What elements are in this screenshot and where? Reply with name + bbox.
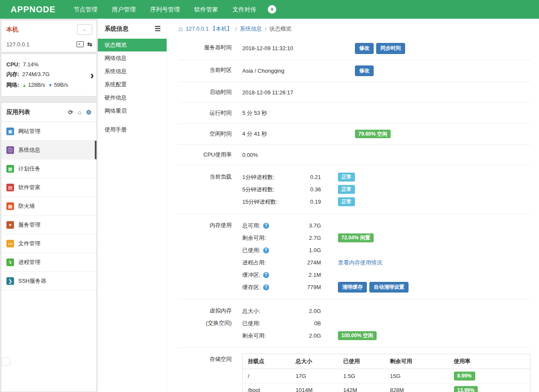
system-info-icon: ⓘ [6, 146, 14, 154]
host-stats-panel: CPU:7.14% 内存:274M/3.7G 网络:▲ 128B/s ▼ 59B… [1, 54, 97, 97]
row-actions: 修改同步时间 [355, 43, 405, 54]
status-row: 启动时间2018-12-09 11:26:17 [179, 82, 530, 103]
breadcrumb-current: 状态概览 [270, 25, 292, 33]
sub-label-text: 缓存区: [242, 284, 261, 291]
nav-item[interactable]: 软件管家 [187, 0, 225, 19]
app-list-item[interactable]: ↯进程管理 [1, 253, 96, 272]
submenu-item[interactable]: 硬件信息 [98, 91, 167, 104]
storage-col-header: 已使用 [338, 354, 385, 369]
memory-stat-value: 274M/3.7G [22, 71, 49, 77]
gear-icon[interactable]: ⚙ [86, 109, 91, 116]
status-row: 当前负载1分钟进程数:0.21正常5分钟进程数:0.36正常15分钟进程数:0.… [179, 165, 530, 214]
refresh-icon[interactable]: ⟳ [68, 109, 73, 116]
sub-value: 3.7G [293, 222, 321, 229]
help-icon[interactable]: ? [263, 284, 269, 290]
app-list-item[interactable]: ❯SSH服务器 [1, 272, 96, 290]
host-detail-chevron[interactable]: › [90, 68, 94, 82]
status-row: 内存使用总可用:?3.7G剩余可用:2.7G72.04% 闲置已使用:?1.0G… [179, 214, 530, 299]
terminal-icon[interactable]: >_ [77, 41, 84, 47]
help-icon[interactable]: ? [263, 247, 269, 253]
usage-badge: 8.99% [454, 372, 475, 380]
status-badge: 72.04% 闲置 [338, 233, 374, 242]
nav-item[interactable]: 序列号管理 [143, 0, 187, 19]
sub-label: 剩余可用: [242, 234, 293, 242]
status-row: 存储空间挂载点总大小已使用剩余可用使用率/17G1.5G15G8.99%/boo… [179, 348, 530, 392]
home-icon[interactable]: ⌂ [179, 26, 183, 32]
home-icon[interactable]: ⌂ [78, 109, 81, 116]
app-list-item[interactable]: ▦计划任务 [1, 159, 96, 178]
collapse-sidebar-button[interactable]: ‹ [77, 24, 92, 35]
sub-row: 进程占用:274M查看内存使用情况 [242, 256, 530, 269]
breadcrumb-section[interactable]: 系统信息 [240, 25, 262, 33]
submenu-item[interactable]: 网络信息 [98, 52, 167, 65]
appnode-logo[interactable]: APPNODE [0, 5, 66, 14]
sub-row: 总大小:2.0G [242, 305, 530, 317]
sub-label: 缓冲区:? [242, 271, 293, 279]
navbar-dropdown-toggle[interactable]: ▼ [268, 5, 276, 14]
sub-row: 剩余可用:2.0G100.00% 空闲 [242, 330, 530, 342]
breadcrumb-host[interactable]: 127.0.0.1 【本机】 [186, 25, 233, 33]
memory-stat: 内存:274M/3.7G [6, 71, 85, 78]
switch-node-icon[interactable]: ⇆ [87, 41, 92, 48]
row-value: Asia / Chongqing [242, 68, 338, 74]
sub-label: 总可用:? [242, 222, 293, 230]
sub-label: 进程占用: [242, 259, 293, 267]
storage-col-header: 总大小 [291, 354, 338, 369]
app-list-title: 应用列表 [6, 108, 30, 116]
help-icon[interactable]: ? [263, 223, 269, 229]
nav-item[interactable]: 节点管理 [66, 0, 105, 19]
storage-cell: 1.5G [338, 369, 385, 383]
submenu-item[interactable]: 网络重启 [98, 105, 167, 117]
app-list-item[interactable]: ✦服务管理 [1, 216, 96, 234]
software-manager-icon: ▤ [6, 184, 14, 191]
hamburger-icon[interactable]: ☰ [155, 25, 161, 33]
action-button[interactable]: 自动清理设置 [369, 282, 409, 293]
storage-cell: / [243, 369, 291, 383]
website-manage-icon: ▣ [6, 128, 14, 135]
row-value: 0.00% [242, 152, 338, 158]
app-list-item[interactable]: ▤软件管家 [1, 178, 96, 197]
row-label-text: 服务器时间 [179, 43, 232, 52]
row-body: 总可用:?3.7G剩余可用:2.7G72.04% 闲置已使用:?1.0G进程占用… [242, 219, 530, 293]
top-navbar: APPNODE 节点管理用户管理序列号管理软件管家文件对传 ▼ [0, 0, 539, 19]
storage-cell: 1014M [291, 383, 338, 392]
action-button[interactable]: 修改 [355, 65, 374, 77]
row-label: 启动时间 [179, 88, 232, 97]
row-label-text: 内存使用 [179, 221, 232, 230]
nav-item[interactable]: 用户管理 [105, 0, 143, 19]
memory-usage-link[interactable]: 查看内存使用情况 [338, 259, 382, 267]
network-stat: 网络:▲ 128B/s ▼ 59B/s [6, 81, 85, 89]
app-item-label: 软件管家 [18, 184, 40, 191]
app-list-item[interactable]: ▣网站管理 [1, 122, 96, 141]
left-sidebar: 本机 ‹ 127.0.0.1 >_ ⇆ CPU:7.14% 内存:274M/3.… [0, 19, 98, 392]
action-button[interactable]: 修改 [355, 43, 374, 54]
submenu-item[interactable]: 系统配置 [98, 78, 167, 91]
row-body: 4 分 41 秒79.60% 空闲 [242, 129, 530, 139]
app-list-item[interactable]: ▩防火墙 [1, 197, 96, 216]
sub-label: 已使用:? [242, 247, 293, 254]
submenu-item-manual[interactable]: 使用手册 [98, 123, 167, 136]
status-badge: 正常 [338, 173, 355, 181]
sub-actions: 查看内存使用情况 [338, 259, 382, 267]
storage-usage-cell: 13.99% [449, 383, 530, 392]
submenu-item[interactable]: 状态概览 [98, 39, 167, 51]
host-panel: 本机 ‹ 127.0.0.1 >_ ⇆ [1, 20, 97, 52]
row-label: 内存使用 [179, 219, 232, 230]
app-list-item[interactable]: ⓘ系统信息 [1, 141, 96, 159]
action-button[interactable]: 同步时间 [376, 43, 405, 54]
row-label: 虚拟内存(交换空间) [179, 305, 232, 327]
ssh-server-icon: ❯ [6, 277, 14, 285]
submenu-item[interactable]: 系统信息 [98, 65, 167, 78]
scheduled-tasks-icon: ▦ [6, 165, 14, 173]
nav-item[interactable]: 文件对传 [225, 0, 264, 19]
action-button[interactable]: 清理缓存 [338, 282, 367, 293]
sub-label: 5分钟进程数: [242, 186, 293, 193]
app-list-item[interactable]: ▭文件管理 [1, 234, 96, 253]
row-label: 空闲时间 [179, 129, 232, 138]
sub-row: 总可用:?3.7G [242, 219, 530, 232]
status-badge: 100.00% 空闲 [338, 331, 377, 340]
corner-widget[interactable] [2, 357, 10, 366]
help-icon[interactable]: ? [263, 272, 269, 278]
app-item-label: 进程管理 [18, 258, 40, 266]
breadcrumb: ⌂ 127.0.0.1 【本机】 / 系统信息 / 状态概览 [179, 25, 530, 33]
